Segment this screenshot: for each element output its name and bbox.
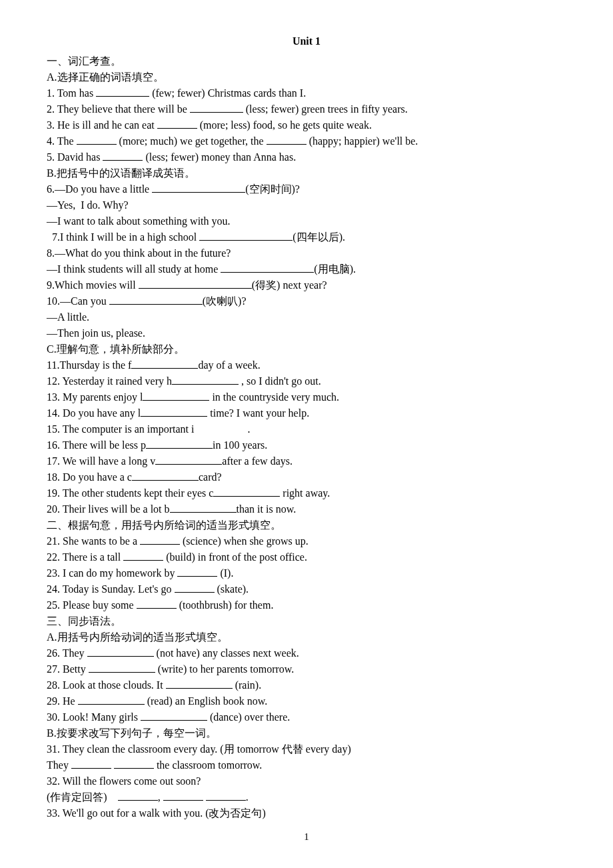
- q8r1-text: —I think students will all study at home: [47, 263, 221, 275]
- blank: [103, 149, 143, 161]
- q32r1-b: ,: [158, 791, 163, 803]
- blank: [199, 229, 293, 241]
- question-29: 29. He (read) an English book now.: [47, 693, 566, 709]
- q26-suffix: (not have) any classes next week.: [154, 647, 299, 659]
- question-6-reply1: —Yes, I do. Why?: [47, 197, 566, 213]
- q4-text: 4. The: [47, 135, 77, 147]
- q2-text: 2. They believe that there will be: [47, 103, 190, 115]
- q9-text: 9.Which movies will: [47, 279, 139, 291]
- q20-text: 20. Their lives will be a lot b: [47, 503, 170, 515]
- question-6: 6.—Do you have a little (空闲时间)?: [47, 181, 566, 197]
- q29-text: 29. He: [47, 695, 78, 707]
- q16-text: 16. There will be less p: [47, 439, 146, 451]
- question-10: 10.—Can you (吹喇叭)?: [47, 293, 566, 309]
- q12-text: 12. Yesterday it rained very h: [47, 375, 172, 387]
- q10-text: 10.—Can you: [47, 295, 109, 307]
- section1-heading: 一、词汇考查。: [47, 53, 566, 69]
- q8r1-suffix: (用电脑).: [314, 263, 356, 275]
- blank: [152, 181, 245, 193]
- question-23: 23. I can do my homework by (I).: [47, 565, 566, 581]
- blank: [139, 277, 252, 289]
- blank: [170, 501, 237, 513]
- q5-suffix: (less; fewer) money than Anna has.: [143, 151, 296, 163]
- question-2: 2. They believe that there will be (less…: [47, 101, 566, 117]
- question-17: 17. We will have a long vafter a few day…: [47, 453, 566, 469]
- q3-suffix: (more; less) food, so he gets quite weak…: [197, 119, 372, 131]
- page-number: 1: [47, 829, 566, 845]
- q5-text: 5. David has: [47, 151, 103, 163]
- question-20: 20. Their lives will be a lot bthan it i…: [47, 501, 566, 517]
- q32r1-d: .: [246, 791, 249, 803]
- section-b-heading: B.把括号中的汉语翻译成英语。: [47, 165, 566, 181]
- blank: [166, 677, 233, 689]
- q21-suffix: (science) when she grows up.: [180, 535, 308, 547]
- q13-text: 13. My parents enjoy l: [47, 391, 143, 403]
- blank: [155, 453, 222, 465]
- section-a-heading: A.选择正确的词语填空。: [47, 69, 566, 85]
- q14-text: 14. Do you have any l: [47, 407, 141, 419]
- blank: [114, 757, 154, 769]
- blank: [143, 389, 209, 401]
- q30-text: 30. Look! Many girls: [47, 711, 141, 723]
- q11-suffix: day of a week.: [198, 359, 260, 371]
- question-22: 22. There is a tall (build) in front of …: [47, 549, 566, 565]
- blank: [140, 533, 180, 545]
- q24-text: 24. Today is Sunday. Let's go: [47, 583, 175, 595]
- blank: [221, 261, 314, 273]
- question-10-reply1: —A little.: [47, 309, 566, 325]
- q23-suffix: (I).: [217, 567, 233, 579]
- q25-suffix: (toothbrush) for them.: [177, 599, 274, 611]
- question-7: 7.I think I will be in a high school (四年…: [47, 229, 566, 245]
- question-33: 33. We'll go out for a walk with you. (改…: [47, 805, 566, 821]
- q12-suffix: , so I didn't go out.: [239, 375, 321, 387]
- question-15: 15. The computer is an important i.: [47, 421, 566, 437]
- question-11: 11.Thursday is the fday of a week.: [47, 357, 566, 373]
- question-31-reply: They the classroom tomorrow.: [47, 757, 566, 773]
- blank: [77, 133, 117, 145]
- question-28: 28. Look at those clouds. It (rain).: [47, 677, 566, 693]
- q13-suffix: in the countryside very much.: [209, 391, 339, 403]
- q22-text: 22. There is a tall: [47, 551, 123, 563]
- blank: [78, 693, 145, 705]
- blank: [141, 709, 207, 721]
- section3b-heading: B.按要求改写下列句子，每空一词。: [47, 725, 566, 741]
- q1-suffix: (few; fewer) Christmas cards than I.: [149, 87, 306, 99]
- blank: [123, 549, 163, 561]
- unit-title: Unit 1: [47, 33, 566, 49]
- q16-suffix: in 100 years.: [213, 439, 267, 451]
- section3a-heading: A.用括号内所给动词的适当形式填空。: [47, 629, 566, 645]
- question-19: 19. The other students kept their eyes c…: [47, 485, 566, 501]
- q18-suffix: card?: [199, 471, 222, 483]
- question-4: 4. The (more; much) we get together, the…: [47, 133, 566, 149]
- q19-text: 19. The other students kept their eyes c: [47, 487, 213, 499]
- q4-suffix: (happy; happier) we'll be.: [306, 135, 418, 147]
- question-14: 14. Do you have any l time? I want your …: [47, 405, 566, 421]
- q28-suffix: (rain).: [233, 679, 262, 691]
- q23-text: 23. I can do my homework by: [47, 567, 177, 579]
- question-24: 24. Today is Sunday. Let's go (skate).: [47, 581, 566, 597]
- q7-suffix: (四年以后).: [293, 231, 345, 243]
- q31r1-text: They: [47, 759, 71, 771]
- blank: [190, 101, 243, 113]
- question-16: 16. There will be less pin 100 years.: [47, 437, 566, 453]
- blank: [163, 789, 203, 801]
- blank: [71, 757, 111, 769]
- q10-suffix: (吹喇叭)?: [203, 295, 247, 307]
- q1-text: 1. Tom has: [47, 87, 96, 99]
- blank: [267, 133, 306, 145]
- blank: [177, 565, 217, 577]
- question-8-reply1: —I think students will all study at home…: [47, 261, 566, 277]
- blank: [137, 597, 177, 609]
- blank: [89, 661, 155, 673]
- question-26: 26. They (not have) any classes next wee…: [47, 645, 566, 661]
- q2-suffix: (less; fewer) green trees in fifty years…: [243, 103, 408, 115]
- section2-heading: 二、根据句意，用括号内所给词的适当形式填空。: [47, 517, 566, 533]
- q28-text: 28. Look at those clouds. It: [47, 679, 166, 691]
- question-32: 32. Will the flowers come out soon?: [47, 773, 566, 789]
- q18-text: 18. Do you have a c: [47, 471, 132, 483]
- q17-suffix: after a few days.: [222, 455, 293, 467]
- blank: [157, 117, 197, 129]
- blank: [213, 485, 280, 497]
- q9-suffix: (得奖) next year?: [252, 279, 327, 291]
- question-3: 3. He is ill and he can eat (more; less)…: [47, 117, 566, 133]
